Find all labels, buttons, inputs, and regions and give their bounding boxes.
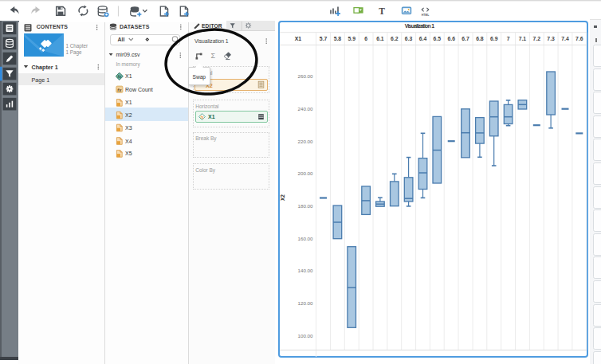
svg-text:HTML: HTML (422, 14, 429, 17)
svg-text:T: T (379, 6, 385, 16)
